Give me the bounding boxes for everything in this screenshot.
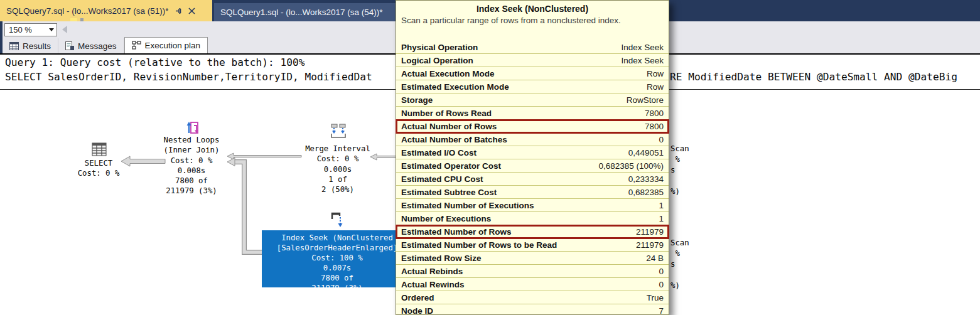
tooltip-row-value: 211979 (636, 240, 664, 250)
merge-interval-node[interactable]: Merge IntervalCost: 0 %0.000s1 of2 (50%) (291, 144, 385, 195)
tooltip-row: Number of Rows Read7800 (396, 107, 669, 120)
tooltip-row-label: Number of Executions (401, 214, 491, 223)
tooltip-row-label: Estimated CPU Cost (401, 174, 483, 184)
tooltip-row-value: Row (647, 82, 664, 92)
tooltip-row-label: Estimated Operator Cost (401, 161, 501, 171)
execution-plan-icon (132, 41, 141, 50)
tooltip-row-value: 0,449051 (628, 148, 664, 158)
tab-messages[interactable]: Messages (58, 38, 124, 53)
tooltip-row: Estimated I/O Cost0,449051 (396, 146, 669, 159)
tab-label: Execution plan (145, 41, 201, 50)
tooltip-row-value: 0 (659, 280, 664, 289)
tooltip-row-label: Estimated Number of Rows to be Read (401, 240, 557, 250)
tooltip-row-value: 0 (659, 135, 664, 144)
messages-icon (65, 41, 74, 50)
tooltip-row: Actual Rewinds0 (396, 278, 669, 291)
tooltip-row-value: RowStore (627, 95, 664, 105)
tooltip-row-value: 1 (659, 201, 664, 210)
tooltip-row-label: Node ID (401, 306, 433, 315)
tooltip-row: Actual Execution ModeRow (396, 67, 669, 80)
document-tab-label: SQLQuery1.sql - (lo...Works2017 (sa (54)… (220, 8, 383, 17)
tab-label: Messages (78, 41, 117, 51)
select-node[interactable]: SELECTCost: 0 % (66, 158, 131, 179)
back-arrow-icon[interactable] (62, 26, 67, 33)
tooltip-row: Actual Number of Batches0 (396, 133, 669, 146)
tooltip-row: Logical OperationIndex Seek (396, 54, 669, 67)
tooltip-row-value: True (647, 293, 664, 302)
nested-loops-node-icon[interactable] (185, 120, 200, 136)
tooltip-row: Estimated Number of Rows to be Read21197… (396, 238, 669, 252)
ssms-window: SQLQuery7.sql - (lo...Works2017 (sa (51)… (0, 0, 980, 315)
tooltip-row: Physical OperationIndex Seek (396, 41, 669, 54)
tooltip-rows: Physical OperationIndex SeekLogical Oper… (396, 41, 669, 315)
tooltip-row: Node ID7 (396, 304, 669, 315)
query-text-line: SELECT SalesOrderID, RevisionNumber,Terr… (5, 71, 372, 83)
tab-results[interactable]: Results (3, 38, 58, 53)
nested-loops-node[interactable]: Nested Loops(Inner Join)Cost: 0 %0.008s7… (144, 135, 239, 196)
tooltip-row: Number of Executions1 (396, 212, 669, 225)
tooltip-row-highlighted: Actual Number of Rows7800 (396, 120, 669, 133)
tooltip-row: Estimated Row Size24 B (396, 252, 669, 265)
tooltip-row-value: 0,682385 (628, 188, 664, 197)
tooltip-row: Estimated Subtree Cost0,682385 (396, 186, 669, 199)
tooltip-row-value: Index Seek (621, 56, 664, 65)
tooltip-row-label: Actual Execution Mode (401, 69, 495, 78)
tooltip-row-value: 7800 (645, 122, 664, 131)
query-cost-line: Query 1: Query cost (relative to the bat… (5, 56, 305, 68)
pin-icon[interactable] (175, 7, 183, 15)
tooltip-row-value: 211979 (636, 227, 664, 237)
tooltip-row-value: 0,682385 (100%) (598, 161, 664, 171)
tooltip-row-value: 7800 (645, 109, 664, 118)
tab-execution-plan[interactable]: Execution plan (124, 37, 208, 53)
tooltip-row-highlighted: Estimated Number of Rows211979 (396, 225, 669, 238)
zoom-level-value: 150 % (5, 25, 46, 35)
tooltip-row-label: Actual Number of Rows (401, 122, 497, 131)
combo-dropdown-button[interactable] (46, 24, 57, 36)
tooltip-row-label: Number of Rows Read (401, 109, 492, 118)
hidden-scan-node-fragment: Scan %s%) (670, 238, 689, 291)
tooltip-row-label: Estimated Number of Rows (401, 227, 512, 237)
merge-interval-node-icon[interactable] (330, 123, 347, 139)
tooltip-row-label: Estimated Execution Mode (401, 82, 509, 92)
tab-label: Results (23, 41, 51, 51)
index-seek-node[interactable]: Index Seek (NonClustered[SalesOrderHeade… (262, 230, 412, 287)
tooltip-row-label: Ordered (401, 293, 434, 302)
tooltip-row-label: Estimated Subtree Cost (401, 188, 497, 197)
tooltip-row-value: 1 (659, 214, 664, 223)
tooltip-row-label: Estimated Number of Executions (401, 201, 534, 210)
zoom-level-combo[interactable]: 150 % (4, 23, 57, 36)
tooltip-row: Estimated CPU Cost0,233334 (396, 173, 669, 186)
tooltip-row: OrderedTrue (396, 291, 669, 304)
tooltip-row-value: Index Seek (621, 43, 664, 52)
tooltip-row-value: 24 B (646, 254, 664, 263)
hidden-scan-node-fragment: Scan %s%) (670, 144, 689, 197)
tooltip-row: Estimated Operator Cost0,682385 (100%) (396, 159, 669, 173)
tooltip-row: Actual Rebinds0 (396, 265, 669, 278)
tooltip-row-label: Logical Operation (401, 56, 473, 65)
query-text-continuation: RE ModifiedDate BETWEEN @DateSmall AND @… (670, 71, 957, 83)
tooltip-row-label: Actual Number of Batches (401, 135, 507, 144)
select-node-icon[interactable] (92, 142, 107, 156)
index-seek-node-icon[interactable] (331, 211, 345, 228)
tooltip-row-label: Estimated Row Size (401, 254, 482, 263)
tooltip-title: Index Seek (NonClustered) (396, 4, 669, 14)
tooltip-row-value: 7 (659, 306, 664, 315)
tooltip-row-label: Actual Rebinds (401, 267, 463, 276)
tooltip-row-label: Actual Rewinds (401, 280, 465, 289)
tooltip-row-value: 0 (659, 267, 664, 276)
close-icon[interactable] (188, 8, 195, 14)
tooltip-row: Estimated Number of Executions1 (396, 199, 669, 212)
document-tab-sqlquery7[interactable]: SQLQuery7.sql - (lo...Works2017 (sa (51)… (0, 0, 212, 21)
tooltip-row-label: Physical Operation (401, 43, 478, 52)
tooltip-row: StorageRowStore (396, 93, 669, 107)
tooltip-row-label: Storage (401, 95, 433, 105)
results-grid-icon (9, 42, 19, 50)
tooltip-row-value: Row (647, 69, 664, 78)
tooltip-row-value: 0,233334 (628, 174, 664, 184)
tooltip-row-label: Estimated I/O Cost (401, 148, 477, 158)
operator-tooltip: Index Seek (NonClustered) Scan a particu… (396, 0, 669, 315)
tooltip-row: Estimated Execution ModeRow (396, 80, 669, 93)
document-tab-label: SQLQuery7.sql - (lo...Works2017 (sa (51)… (6, 6, 169, 16)
chevron-down-icon (49, 28, 54, 31)
tooltip-subtitle: Scan a particular range of rows from a n… (401, 16, 664, 25)
